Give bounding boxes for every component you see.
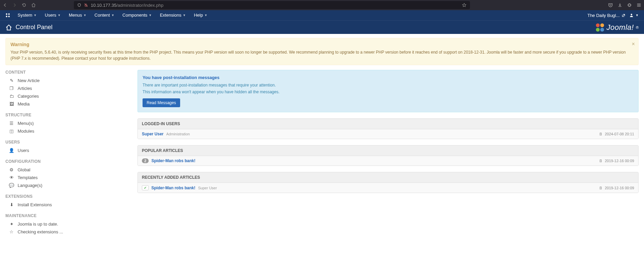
- menu-extensions[interactable]: Extensions▼: [156, 10, 189, 20]
- calendar-icon: 🗓: [599, 132, 603, 136]
- sidebar-item-joomla-uptodate[interactable]: ✦Joomla is up to date.: [5, 220, 131, 228]
- timestamp: 2024-07-08 20:11: [605, 132, 634, 136]
- menu-menus[interactable]: Menus▼: [65, 10, 90, 20]
- user-role: Administration: [166, 132, 190, 136]
- forward-button[interactable]: [12, 3, 17, 7]
- menu-content[interactable]: Content▼: [91, 10, 117, 20]
- article-link[interactable]: Spider-Man robs bank!: [151, 158, 195, 163]
- list-icon: ☰: [9, 121, 14, 126]
- extensions-icon[interactable]: [627, 3, 632, 7]
- sidebar-item-menus[interactable]: ☰Menu(s): [5, 119, 131, 127]
- calendar-icon: 🗓: [599, 186, 603, 190]
- svg-point-3: [6, 16, 7, 17]
- table-row: Super User Administration 🗓 2024-07-08 2…: [138, 129, 638, 139]
- close-icon[interactable]: ×: [632, 41, 635, 47]
- downloads-icon[interactable]: [618, 3, 622, 7]
- browser-chrome: 10.10.177.35/administrator/index.php: [0, 0, 644, 10]
- svg-point-4: [8, 16, 9, 17]
- menu-system[interactable]: System▼: [14, 10, 40, 20]
- save-pocket-icon[interactable]: [608, 3, 613, 7]
- joomla-logo-text: Joomla!: [606, 23, 634, 32]
- warning-body: Your PHP version, 5.6.40, is only receiv…: [10, 49, 634, 61]
- url-path: /administrator/index.php: [116, 3, 164, 8]
- sidebar-item-languages[interactable]: 💬Language(s): [5, 181, 131, 189]
- stack-icon: ❐: [9, 86, 14, 91]
- table-row: 2 Spider-Man robs bank! 🗓 2019-12-16 00:…: [138, 156, 638, 166]
- timestamp: 2019-12-16 00:09: [605, 186, 634, 190]
- joomla-logo[interactable]: Joomla! ®: [596, 23, 639, 32]
- user-icon: [629, 13, 634, 17]
- eye-icon: 👁: [9, 175, 14, 180]
- svg-point-2: [8, 13, 9, 15]
- folder-icon: 🗀: [9, 94, 14, 99]
- sidebar-item-modules[interactable]: ◫Modules: [5, 127, 131, 135]
- section-structure: STRUCTURE: [5, 113, 131, 117]
- view-site-link[interactable]: The Daily Bugl...: [587, 13, 625, 18]
- read-messages-button[interactable]: Read Messages: [143, 98, 180, 107]
- sidebar-item-categories[interactable]: 🗀Categories: [5, 92, 131, 100]
- article-author: Super User: [198, 186, 217, 190]
- shield-icon: [77, 3, 81, 7]
- post-install-line2: This information area won't appear when …: [143, 90, 634, 94]
- content-area: × Warning Your PHP version, 5.6.40, is o…: [0, 34, 644, 240]
- sidebar: CONTENT ✎New Article ❐Articles 🗀Categori…: [5, 70, 131, 236]
- reload-button[interactable]: [22, 3, 26, 7]
- sidebar-item-install-extensions[interactable]: ⬇Install Extensions: [5, 201, 131, 209]
- joomla-icon: ✦: [9, 222, 14, 227]
- chrome-right-icons: [608, 3, 641, 7]
- joomla-logo-icon: [596, 23, 604, 32]
- sidebar-item-media[interactable]: 🖼Media: [5, 100, 131, 108]
- published-check-icon[interactable]: ✔: [142, 185, 149, 190]
- download-icon: ⬇: [9, 202, 14, 207]
- section-content: CONTENT: [5, 70, 131, 75]
- table-row: ✔ Spider-Man robs bank! Super User 🗓 201…: [138, 183, 638, 193]
- url-bar[interactable]: 10.10.177.35/administrator/index.php: [74, 1, 470, 9]
- menu-users[interactable]: Users▼: [41, 10, 64, 20]
- panel-heading: RECENTLY ADDED ARTICLES: [138, 172, 638, 183]
- post-install-heading: You have post-installation messages: [143, 75, 634, 80]
- post-install-line1: There are important post-installation me…: [143, 83, 634, 88]
- top-menu-right: The Daily Bugl... ▼: [587, 13, 639, 18]
- gear-icon: ⚙: [9, 167, 14, 172]
- back-button[interactable]: [3, 3, 7, 7]
- title-bar: Control Panel Joomla! ®: [0, 20, 644, 34]
- comment-icon: 💬: [9, 183, 14, 188]
- joomla-icon[interactable]: [5, 13, 10, 18]
- php-warning-alert: × Warning Your PHP version, 5.6.40, is o…: [5, 38, 639, 65]
- panel-heading: POPULAR ARTICLES: [138, 146, 638, 156]
- admin-top-menu: System▼ Users▼ Menus▼ Content▼ Component…: [0, 10, 644, 20]
- sidebar-item-templates[interactable]: 👁Templates: [5, 174, 131, 181]
- warning-heading: Warning: [10, 42, 634, 47]
- star-icon: ☆: [9, 229, 14, 234]
- user-link[interactable]: Super User: [142, 132, 164, 136]
- hit-count-badge: 2: [142, 158, 149, 163]
- site-name: The Daily Bugl...: [587, 13, 620, 18]
- menu-icon[interactable]: [637, 3, 641, 7]
- external-link-icon: [622, 14, 625, 17]
- page-title: Control Panel: [16, 24, 52, 31]
- sidebar-item-global[interactable]: ⚙Global: [5, 166, 131, 174]
- sidebar-item-users[interactable]: 👤Users: [5, 147, 131, 154]
- cube-icon: ◫: [9, 129, 14, 134]
- top-menu-left: System▼ Users▼ Menus▼ Content▼ Component…: [5, 10, 211, 20]
- user-menu[interactable]: ▼: [629, 13, 639, 17]
- timestamp: 2019-12-16 00:09: [605, 159, 634, 163]
- section-configuration: CONFIGURATION: [5, 159, 131, 164]
- calendar-icon: 🗓: [599, 159, 603, 163]
- section-users: USERS: [5, 140, 131, 145]
- post-install-box: You have post-installation messages Ther…: [137, 70, 639, 112]
- svg-point-5: [631, 14, 632, 16]
- menu-components[interactable]: Components▼: [119, 10, 155, 20]
- menu-help[interactable]: Help▼: [191, 10, 211, 20]
- nav-buttons: [3, 3, 36, 7]
- sidebar-item-new-article[interactable]: ✎New Article: [5, 77, 131, 84]
- sidebar-item-checking-extensions[interactable]: ☆Checking extensions ...: [5, 228, 131, 236]
- bookmark-star-icon[interactable]: [462, 3, 467, 7]
- pencil-icon: ✎: [9, 78, 14, 83]
- home-button[interactable]: [31, 3, 36, 7]
- article-link[interactable]: Spider-Man robs bank!: [151, 186, 195, 190]
- sidebar-item-articles[interactable]: ❐Articles: [5, 84, 131, 92]
- panel-popular-articles: POPULAR ARTICLES 2 Spider-Man robs bank!…: [137, 145, 639, 166]
- home-icon: [5, 24, 12, 31]
- url-host: 10.10.177.35: [91, 3, 116, 8]
